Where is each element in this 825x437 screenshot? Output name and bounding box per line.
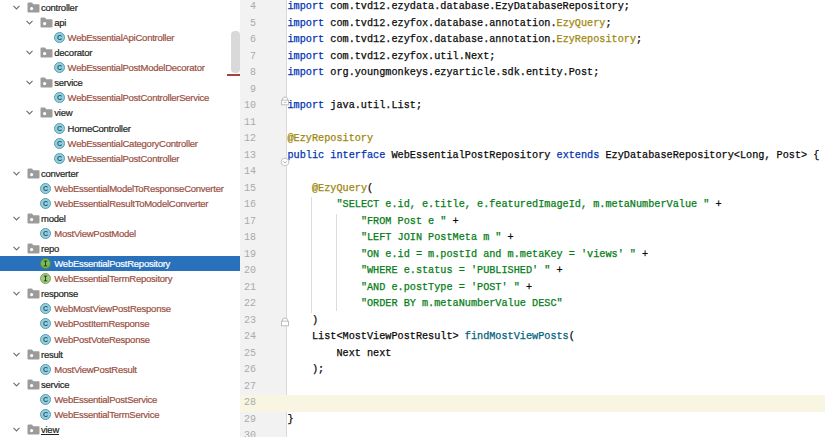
svg-text:C: C [57,125,62,132]
svg-text:C: C [57,34,62,41]
svg-text:C: C [43,336,48,343]
svg-text:C: C [43,366,48,373]
svg-text:C: C [57,64,62,71]
svg-text:C: C [43,200,48,207]
svg-text:C: C [57,140,62,147]
svg-text:C: C [43,230,48,237]
svg-text:C: C [43,185,48,192]
svg-text:C: C [43,411,48,418]
svg-text:C: C [43,321,48,328]
svg-text:C: C [43,396,48,403]
svg-text:C: C [57,155,62,162]
svg-text:C: C [57,95,62,102]
svg-text:C: C [43,305,48,312]
